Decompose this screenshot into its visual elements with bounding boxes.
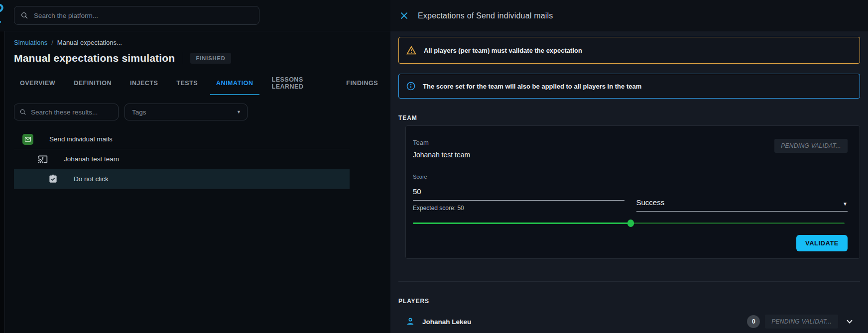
warning-icon bbox=[406, 45, 417, 56]
tags-dropdown-label: Tags bbox=[132, 109, 146, 116]
person-icon bbox=[405, 317, 415, 327]
result-label: Johanah test team bbox=[64, 155, 119, 163]
results-search[interactable] bbox=[14, 104, 119, 120]
tab-lessons-learned[interactable]: LESSONS LEARNED bbox=[266, 72, 334, 95]
players-section-header: PLAYERS bbox=[398, 298, 860, 305]
tab-bar: OVERVIEW DEFINITION INJECTS TESTS ANIMAT… bbox=[14, 72, 390, 95]
tab-injects[interactable]: INJECTS bbox=[124, 72, 164, 95]
score-field-label: Score bbox=[413, 174, 624, 180]
collapsed-nav-rail[interactable] bbox=[0, 31, 5, 333]
chevron-down-icon: ▼ bbox=[237, 110, 241, 114]
simulation-page: Simulations / Manual expectations... Man… bbox=[5, 31, 390, 333]
warning-text: All players (per team) must validate the… bbox=[424, 47, 582, 54]
title-row: Manual expectations simulation FINISHED bbox=[14, 52, 390, 64]
team-field-label: Team bbox=[413, 139, 470, 146]
slider-fill bbox=[413, 222, 630, 224]
app-logo bbox=[0, 3, 13, 28]
expectations-drawer: Expectations of Send individual mails Al… bbox=[390, 0, 868, 333]
info-banner: The score set for the team will also be … bbox=[398, 74, 860, 99]
tab-tests[interactable]: TESTS bbox=[170, 72, 204, 95]
team-name: Johanah test team bbox=[413, 151, 470, 159]
search-icon bbox=[20, 11, 28, 19]
result-row-expectation-selected[interactable]: Do not click bbox=[14, 169, 350, 189]
result-select[interactable]: Success ▼ bbox=[636, 174, 848, 212]
drawer-title: Expectations of Send individual mails bbox=[418, 11, 553, 20]
page-title: Manual expectations simulation bbox=[14, 52, 175, 64]
mail-icon bbox=[22, 134, 33, 145]
result-select-value: Success bbox=[636, 198, 665, 207]
warning-banner: All players (per team) must validate the… bbox=[398, 37, 860, 64]
players-divider bbox=[398, 281, 860, 282]
platform-search[interactable] bbox=[14, 6, 259, 25]
breadcrumb-separator: / bbox=[51, 39, 53, 46]
drawer-body: All players (per team) must validate the… bbox=[390, 31, 868, 333]
player-name: Johanah Lekeu bbox=[422, 318, 471, 326]
cast-icon bbox=[38, 154, 48, 164]
platform-search-input[interactable] bbox=[34, 12, 253, 19]
tab-findings[interactable]: FINDINGS bbox=[340, 72, 384, 95]
expected-score-note: Expected score: 50 bbox=[413, 205, 624, 212]
chevron-down-icon[interactable] bbox=[845, 317, 854, 326]
tags-dropdown[interactable]: Tags ▼ bbox=[124, 104, 248, 120]
breadcrumb: Simulations / Manual expectations... bbox=[14, 39, 390, 46]
team-card: Team Johanah test team PENDING VALIDAT..… bbox=[405, 125, 860, 259]
tab-definition[interactable]: DEFINITION bbox=[68, 72, 118, 95]
score-slider[interactable] bbox=[413, 220, 848, 226]
results-search-input[interactable] bbox=[31, 109, 113, 116]
results-tree: Send individual mails Johanah test team bbox=[14, 129, 350, 189]
tab-overview[interactable]: OVERVIEW bbox=[14, 72, 61, 95]
player-row[interactable]: Johanah Lekeu 0 PENDING VALIDAT... bbox=[398, 311, 860, 333]
close-icon[interactable] bbox=[400, 11, 408, 20]
drawer-header: Expectations of Send individual mails bbox=[390, 0, 868, 31]
status-badge: FINISHED bbox=[190, 53, 231, 64]
player-status-badge: PENDING VALIDAT... bbox=[765, 315, 838, 329]
chevron-down-icon: ▼ bbox=[843, 201, 848, 207]
task-icon bbox=[48, 174, 58, 184]
slider-thumb[interactable] bbox=[627, 220, 634, 227]
breadcrumb-simulations-link[interactable]: Simulations bbox=[14, 39, 47, 46]
team-section-header: TEAM bbox=[398, 114, 860, 121]
breadcrumb-current: Manual expectations... bbox=[57, 39, 122, 46]
player-count-badge: 0 bbox=[747, 315, 760, 328]
validate-button[interactable]: VALIDATE bbox=[796, 235, 848, 251]
filter-row: Tags ▼ bbox=[14, 104, 390, 120]
info-icon bbox=[406, 81, 416, 91]
score-input[interactable] bbox=[413, 184, 624, 201]
result-label: Do not click bbox=[74, 175, 109, 183]
tab-animation[interactable]: ANIMATION bbox=[210, 72, 259, 95]
result-row-inject[interactable]: Send individual mails bbox=[14, 129, 350, 149]
info-text: The score set for the team will also be … bbox=[423, 83, 641, 90]
result-label: Send individual mails bbox=[49, 135, 113, 143]
search-icon bbox=[19, 109, 26, 115]
result-row-team[interactable]: Johanah test team bbox=[14, 149, 350, 169]
team-status-badge: PENDING VALIDAT... bbox=[774, 139, 848, 153]
title-divider bbox=[183, 52, 183, 64]
app-header bbox=[0, 0, 390, 31]
